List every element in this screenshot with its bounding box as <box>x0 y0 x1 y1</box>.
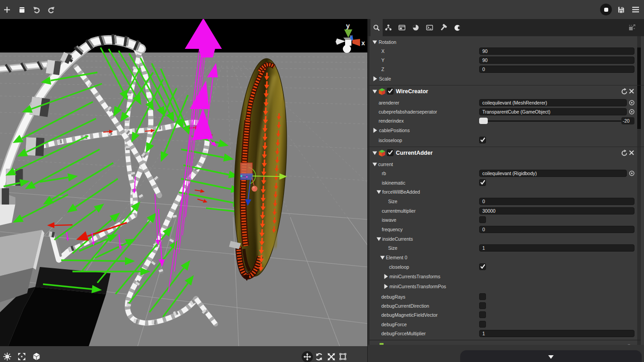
svg-text:z: z <box>350 34 351 38</box>
svg-text:x: x <box>361 39 365 47</box>
svg-text:y: y <box>346 22 350 29</box>
